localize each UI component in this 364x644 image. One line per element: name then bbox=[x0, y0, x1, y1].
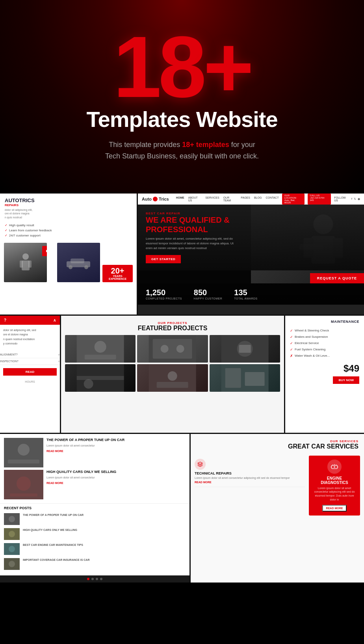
project-thumb-2[interactable] bbox=[137, 335, 208, 363]
blog-card-1: THE POWER OF A PROPER TUNE UP ON CAR Lor… bbox=[4, 438, 186, 467]
template-row-2: ? ∧ dolor sit adipiscing elit, sedore et… bbox=[0, 316, 364, 434]
car-silhouette-icon bbox=[65, 255, 92, 269]
phone-box: CALL US +62 234 6754 345 bbox=[308, 194, 331, 205]
template-row-1: AUTOTRICS REPAIRS dolor sit adipiscing e… bbox=[0, 194, 364, 316]
blog-cards-row: THE POWER OF A PROPER TUNE UP ON CAR Lor… bbox=[4, 438, 186, 499]
x-icon: ✗ bbox=[290, 354, 293, 358]
blog-read-more-2[interactable]: READ MORE bbox=[46, 482, 186, 484]
svg-rect-2 bbox=[20, 261, 23, 268]
browser-mockup: Auto Trics HOME ABOUT US SERVICES OUR TE… bbox=[138, 194, 364, 315]
project-thumb-5[interactable] bbox=[137, 364, 208, 392]
nav-about[interactable]: ABOUT US bbox=[188, 196, 202, 202]
rp-thumb-2 bbox=[4, 528, 20, 540]
twitter-icon[interactable]: 𝕏 bbox=[354, 197, 356, 201]
card-header: AUTOTRICS REPAIRS dolor sit adipiscing e… bbox=[0, 194, 137, 221]
rp-thumb-1 bbox=[4, 513, 20, 525]
logo-gear-icon bbox=[153, 197, 158, 201]
nav-links: HOME ABOUT US SERVICES OUR TEAM PAGES BL… bbox=[176, 196, 279, 202]
years-badge: 20+ YEARS EXPERIENCE bbox=[102, 265, 133, 282]
rp-text-3: BEST CAR ENGINE CAR MAINTENANCE TIPS bbox=[23, 543, 83, 547]
mechanic-silhouette-icon bbox=[18, 253, 33, 272]
svg-rect-5 bbox=[71, 259, 84, 263]
project-thumb-1[interactable] bbox=[65, 335, 136, 363]
nav-services[interactable]: SERVICES bbox=[205, 196, 219, 202]
card-services-preview: OUR SERVICES GREAT CAR SERVICES TECHNICA… bbox=[191, 434, 364, 583]
recent-posts-title: RECENT POSTS bbox=[4, 506, 186, 510]
nav-pages[interactable]: PAGES bbox=[241, 196, 250, 202]
site-logo: Auto Trics bbox=[142, 197, 169, 201]
card-browser-preview: Auto Trics HOME ABOUT US SERVICES OUR TE… bbox=[138, 194, 364, 315]
svg-point-0 bbox=[22, 253, 29, 260]
svg-point-18 bbox=[161, 345, 169, 353]
hero-subtitle: This template provides 18+ templates for… bbox=[105, 139, 259, 162]
nav-team[interactable]: OUR TEAM bbox=[223, 196, 237, 202]
get-started-button[interactable]: GET STARTED bbox=[146, 255, 181, 263]
our-services-label: OUR SERVICES bbox=[196, 439, 358, 443]
check-icon: ✓ bbox=[290, 348, 293, 352]
hero-preview-content: BEST CAR REPAIR WE ARE QUALIFIED & PROFE… bbox=[138, 205, 364, 270]
dot-2[interactable] bbox=[91, 578, 94, 580]
project-thumb-3[interactable] bbox=[210, 335, 280, 363]
pagination-dots bbox=[0, 575, 189, 583]
svg-point-41 bbox=[9, 531, 15, 537]
blog-card-2: HIGH QUALITY CARS ONLY WE SELLING Lorem … bbox=[4, 470, 186, 499]
hours-label: HOURS bbox=[0, 379, 60, 385]
services-right-col: ENGINE DIAGNOSTICS Lorem ipsum dolor sit… bbox=[309, 456, 360, 516]
technical-repairs-service: TECHNICAL REPAIRS Lorem ipsum dolor sit … bbox=[195, 456, 305, 488]
nav-blog[interactable]: BLOG bbox=[254, 196, 262, 202]
svg-point-25 bbox=[84, 379, 93, 389]
dots-container bbox=[4, 578, 186, 580]
instagram-icon[interactable]: ◉ bbox=[358, 197, 360, 201]
svg-rect-17 bbox=[153, 339, 192, 359]
dot-4[interactable] bbox=[100, 578, 102, 580]
nav-contact[interactable]: CONTACT bbox=[266, 196, 279, 202]
blog-card-image-1 bbox=[4, 438, 43, 467]
facebook-icon[interactable]: f bbox=[351, 197, 352, 200]
recent-post-4: IMPORTANT COVERAGE CAR INSURANCE IS CAR bbox=[4, 558, 186, 570]
service-title-1: TECHNICAL REPAIRS bbox=[195, 471, 305, 475]
brand-subtitle: REPAIRS bbox=[5, 203, 132, 207]
engine-diag-read-more[interactable]: READ MORE bbox=[322, 505, 347, 512]
svg-point-7 bbox=[84, 265, 88, 269]
dot-3[interactable] bbox=[96, 578, 98, 580]
faq-header: ? ∧ bbox=[0, 316, 60, 325]
browser-nav-bar: Auto Trics HOME ABOUT US SERVICES OUR TE… bbox=[138, 194, 364, 205]
project-thumb-6[interactable] bbox=[210, 364, 280, 392]
service-read-more-1[interactable]: READ MORE bbox=[195, 481, 305, 484]
svg-rect-30 bbox=[225, 368, 241, 388]
stat-happy: 850 HAPPY CUSTOMER bbox=[194, 288, 222, 300]
card-maintenance-pricing: MAINTENANCE ✓ Wheel & Steering Check ✓ B… bbox=[285, 316, 364, 433]
svg-point-19 bbox=[176, 345, 184, 353]
faq-item-alignment[interactable]: ALIGNMENT? ∨ bbox=[0, 352, 60, 358]
read-more-button[interactable]: READ bbox=[3, 368, 57, 376]
rp-thumb-4 bbox=[4, 558, 20, 570]
faq-text: dolor sit adipiscing elit, sedore et dol… bbox=[0, 325, 60, 349]
dot-active[interactable] bbox=[87, 578, 89, 580]
brand-name: AUTOTRICS bbox=[5, 197, 132, 203]
svg-point-6 bbox=[69, 265, 72, 269]
faq-list: ALIGNMENT? ∨ INSPECTION? ∨ bbox=[0, 352, 60, 365]
project-thumb-4[interactable] bbox=[65, 364, 136, 392]
faq-item-inspection[interactable]: INSPECTION? ∨ bbox=[0, 358, 60, 365]
services-left-col: TECHNICAL REPAIRS Lorem ipsum dolor sit … bbox=[195, 456, 305, 516]
location-box: OUR LOCATION Auto, Biel, 80225 bbox=[282, 194, 305, 205]
svg-point-14 bbox=[95, 341, 106, 353]
technical-repairs-icon bbox=[195, 459, 206, 470]
projects-header: OUR PROJECTS FEATURED PROJECTS bbox=[61, 316, 284, 335]
follow-label: FOLLOW US bbox=[334, 196, 350, 202]
blog-read-more-1[interactable]: READ MORE bbox=[46, 450, 186, 452]
recent-post-2: HIGH QUALITY CARS ONLY WE SELLING bbox=[4, 528, 186, 540]
recent-post-1: THE POWER OF A PROPER TUNE UP ON CAR bbox=[4, 513, 186, 525]
hero-section: 18+ Templates Website This template prov… bbox=[0, 0, 364, 194]
request-quote-button[interactable]: REQUEST A QUOTE bbox=[310, 273, 364, 283]
card-autotrics-preview: AUTOTRICS REPAIRS dolor sit adipiscing e… bbox=[0, 194, 138, 315]
buy-now-button[interactable]: BUY NOW bbox=[333, 376, 359, 384]
template-row-3: THE POWER OF A PROPER TUNE UP ON CAR Lor… bbox=[0, 434, 364, 583]
stat-awards: 135 TOTAL AWARDS bbox=[234, 288, 257, 300]
maintenance-item-2: ✓ Brakes and Suspension bbox=[290, 334, 359, 340]
maintenance-item-3: ✓ Electrical Service bbox=[290, 340, 359, 346]
nav-right-info: OUR LOCATION Auto, Biel, 80225 CALL US +… bbox=[282, 194, 360, 205]
nav-home[interactable]: HOME bbox=[176, 196, 184, 202]
chevron-up-icon: ∧ bbox=[53, 318, 56, 322]
play-button-icon[interactable]: ▶ bbox=[42, 246, 47, 256]
